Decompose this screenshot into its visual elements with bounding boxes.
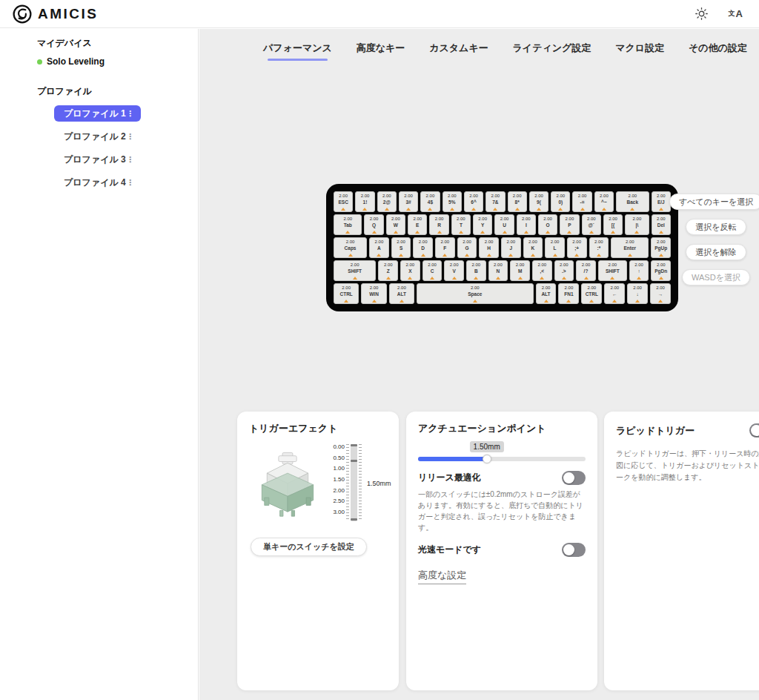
device-item[interactable]: Solo Leveling (37, 56, 198, 67)
kebab-menu-icon[interactable]: ⋮ (126, 110, 134, 118)
rapid-trigger-toggle[interactable] (749, 423, 759, 438)
keyboard-key[interactable]: 2.00 B (466, 260, 486, 281)
profile-item[interactable]: プロファイル 1 ⋮ (54, 105, 141, 122)
keyboard-key[interactable]: 2.00 E/J (652, 191, 671, 212)
selection-button[interactable]: すべてのキーを選択 (669, 194, 759, 210)
kebab-menu-icon[interactable]: ⋮ (126, 179, 134, 187)
keyboard-key[interactable]: 2.00 8* (508, 191, 527, 212)
selection-button[interactable]: 選択を反転 (686, 219, 746, 235)
single-key-switch-button[interactable]: 単キーのスイッチを設定 (251, 538, 367, 556)
keyboard-key[interactable]: 2.00 PgUp (651, 237, 671, 258)
keyboard-key[interactable]: 2.00 G (457, 237, 477, 258)
keyboard-key[interactable]: 2.00 T (451, 214, 471, 235)
keyboard-key[interactable]: 2.00 4$ (420, 191, 440, 212)
keyboard-key[interactable]: 2.00 Y (473, 214, 492, 235)
keyboard-key[interactable]: 2.00 Caps (334, 237, 367, 258)
keyboard-key[interactable]: 2.00 |\ (625, 214, 649, 235)
keyboard-key[interactable]: 2.00 D (413, 237, 433, 258)
keyboard-key[interactable]: 2.00 Enter (611, 237, 649, 258)
actuation-slider-handle[interactable] (483, 455, 491, 463)
keyboard-key[interactable]: 2.00 → (650, 283, 671, 304)
keyboard-key[interactable]: 2.00 1! (355, 191, 374, 212)
keyboard-key[interactable]: 2.00 ESC (334, 191, 353, 212)
keyboard-key[interactable]: 2.00 Back (616, 191, 649, 212)
keyboard-key[interactable]: 2.00 R (429, 214, 448, 235)
keyboard-key[interactable]: 2.00 SHIFT (598, 260, 627, 281)
keyboard-key[interactable]: 2.00 Tab (334, 214, 362, 235)
profile-item[interactable]: プロファイル 2 ⋮ (54, 128, 141, 145)
keyboard-key[interactable]: 2.00 3# (399, 191, 418, 212)
keyboard-key[interactable]: 2.00 ALT (536, 283, 557, 304)
keyboard-key[interactable]: 2.00 W (386, 214, 405, 235)
keyboard-key[interactable]: 2.00 Del (652, 214, 671, 235)
keyboard-key[interactable]: 2.00 9( (529, 191, 548, 212)
keyboard-key[interactable]: 2.00 ← (604, 283, 625, 304)
kebab-menu-icon[interactable]: ⋮ (126, 156, 134, 164)
keyboard-key[interactable]: 2.00 :* (589, 237, 609, 258)
keyboard-key[interactable]: 2.00 .> (554, 260, 574, 281)
keyboard-key[interactable]: 2.00 K (523, 237, 543, 258)
keyboard-key[interactable]: 2.00 WIN (361, 283, 386, 304)
keyboard-key[interactable]: 2.00 J (501, 237, 521, 258)
tab[interactable]: 高度なキー (357, 42, 405, 55)
key-warning-icon (473, 300, 477, 303)
profile-item[interactable]: プロファイル 4 ⋮ (54, 174, 141, 191)
keyboard-key[interactable]: 2.00 CTRL (581, 283, 602, 304)
kebab-menu-icon[interactable]: ⋮ (126, 133, 134, 141)
keyboard-key[interactable]: 2.00 ;+ (567, 237, 587, 258)
keyboard-key[interactable]: 2.00 PgDn (651, 260, 671, 281)
keyboard-key[interactable]: 2.00 Q (364, 214, 383, 235)
key-label: Enter (623, 246, 636, 251)
keyboard-key[interactable]: 2.00 FN1 (558, 283, 579, 304)
keyboard-key[interactable]: 2.00 @` (582, 214, 601, 235)
keyboard-key[interactable]: 2.00 A (369, 237, 389, 258)
selection-button[interactable]: 選択を解除 (686, 244, 746, 260)
keyboard-key[interactable]: 2.00 ↓ (627, 283, 648, 304)
keyboard-key[interactable]: 2.00 I (517, 214, 536, 235)
keyboard-key[interactable]: 2.00 CTRL (334, 283, 359, 304)
keyboard-key[interactable]: 2.00 0) (551, 191, 570, 212)
keyboard-key[interactable]: 2.00 E (408, 214, 427, 235)
keyboard-key[interactable]: 2.00 P (560, 214, 579, 235)
keyboard-key[interactable]: 2.00 X (400, 260, 420, 281)
tab[interactable]: その他の設定 (689, 42, 747, 55)
tab[interactable]: パフォーマンス (263, 42, 332, 61)
keyboard-key[interactable]: 2.00 5% (443, 191, 462, 212)
sun-icon[interactable] (695, 7, 708, 20)
keyboard-key[interactable]: 2.00 -= (572, 191, 591, 212)
keyboard-key[interactable]: 2.00 ↑ (629, 260, 649, 281)
gauge-track[interactable] (351, 444, 357, 521)
light-speed-mode-toggle[interactable] (562, 543, 586, 557)
keyboard-key[interactable]: 2.00 V (444, 260, 464, 281)
release-optimization-toggle[interactable] (562, 471, 586, 485)
keyboard-key[interactable]: 2.00 ,< (532, 260, 552, 281)
keyboard-key[interactable]: 2.00 F (435, 237, 455, 258)
keyboard-key[interactable]: 2.00 2@ (377, 191, 397, 212)
keyboard-key[interactable]: 2.00 6^ (464, 191, 483, 212)
keyboard-key[interactable]: 2.00 H (479, 237, 499, 258)
keyboard-key[interactable]: 2.00 C (422, 260, 443, 281)
keyboard-key[interactable]: 2.00 [{ (603, 214, 623, 235)
profile-item[interactable]: プロファイル 3 ⋮ (54, 151, 141, 168)
translate-icon[interactable]: 文A (729, 8, 743, 19)
selection-button[interactable]: WASDを選択 (682, 269, 750, 285)
actuation-slider[interactable] (418, 457, 586, 461)
key-actuation-value: 2.00 (375, 240, 384, 244)
tab[interactable]: カスタムキー (429, 42, 488, 55)
keyboard-key[interactable]: 2.00 S (391, 237, 411, 258)
keyboard-key[interactable]: 2.00 ^~ (594, 191, 614, 212)
keyboard-key[interactable]: 2.00 M (510, 260, 530, 281)
keyboard-key[interactable]: 2.00 SHIFT (334, 260, 376, 281)
keyboard-key[interactable]: 2.00 N (488, 260, 508, 281)
tab[interactable]: マクロ設定 (615, 42, 664, 55)
keyboard-key[interactable]: 2.00 U (494, 214, 514, 235)
advanced-settings-link[interactable]: 高度な設定 (418, 569, 466, 584)
keyboard-key[interactable]: 2.00 ALT (389, 283, 414, 304)
keyboard-key[interactable]: 2.00 7& (485, 191, 505, 212)
keyboard-key[interactable]: 2.00 Z (378, 260, 398, 281)
keyboard-key[interactable]: 2.00 L (545, 237, 565, 258)
keyboard-key[interactable]: 2.00 /? (576, 260, 596, 281)
tab[interactable]: ライティング設定 (513, 42, 591, 55)
keyboard-key[interactable]: 2.00 O (538, 214, 557, 235)
keyboard-key[interactable]: 2.00 Space (417, 283, 533, 304)
